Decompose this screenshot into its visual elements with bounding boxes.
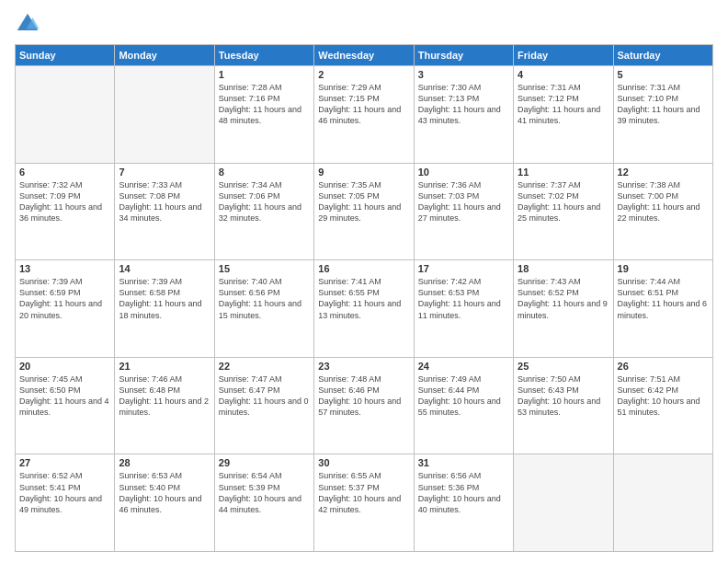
day-info: Sunrise: 7:31 AMSunset: 7:10 PMDaylight:… xyxy=(618,82,709,127)
day-info: Sunrise: 7:39 AMSunset: 6:59 PMDaylight:… xyxy=(19,276,110,321)
day-number: 14 xyxy=(119,263,210,274)
calendar-cell xyxy=(514,454,613,552)
day-info: Sunrise: 7:37 AMSunset: 7:02 PMDaylight:… xyxy=(518,179,609,224)
day-info: Sunrise: 7:51 AMSunset: 6:42 PMDaylight:… xyxy=(618,373,709,419)
day-info: Sunrise: 7:48 AMSunset: 6:46 PMDaylight:… xyxy=(318,373,409,419)
calendar-cell: 16Sunrise: 7:41 AMSunset: 6:55 PMDayligh… xyxy=(314,260,414,358)
weekday-header-saturday: Saturday xyxy=(613,45,712,66)
calendar-cell xyxy=(613,454,712,552)
calendar-cell: 13Sunrise: 7:39 AMSunset: 6:59 PMDayligh… xyxy=(16,260,115,358)
calendar-cell: 24Sunrise: 7:49 AMSunset: 6:44 PMDayligh… xyxy=(414,357,513,454)
logo xyxy=(15,11,44,37)
header xyxy=(15,11,713,37)
calendar-cell: 18Sunrise: 7:43 AMSunset: 6:52 PMDayligh… xyxy=(514,260,613,358)
day-info: Sunrise: 7:33 AMSunset: 7:08 PMDaylight:… xyxy=(119,179,210,224)
weekday-header-row: SundayMondayTuesdayWednesdayThursdayFrid… xyxy=(16,45,713,66)
day-info: Sunrise: 6:55 AMSunset: 5:37 PMDaylight:… xyxy=(318,470,409,515)
calendar-cell xyxy=(16,66,115,164)
day-number: 22 xyxy=(219,361,310,372)
calendar-cell: 6Sunrise: 7:32 AMSunset: 7:09 PMDaylight… xyxy=(16,163,115,260)
day-info: Sunrise: 7:39 AMSunset: 6:58 PMDaylight:… xyxy=(119,276,210,321)
day-number: 23 xyxy=(318,361,409,372)
calendar-cell: 28Sunrise: 6:53 AMSunset: 5:40 PMDayligh… xyxy=(115,454,214,552)
day-number: 2 xyxy=(318,69,409,80)
day-info: Sunrise: 7:31 AMSunset: 7:12 PMDaylight:… xyxy=(518,82,609,127)
weekday-header-wednesday: Wednesday xyxy=(314,45,414,66)
day-number: 18 xyxy=(518,263,609,274)
day-info: Sunrise: 7:45 AMSunset: 6:50 PMDaylight:… xyxy=(19,373,110,419)
day-number: 28 xyxy=(119,457,210,468)
day-info: Sunrise: 7:36 AMSunset: 7:03 PMDaylight:… xyxy=(418,179,509,224)
day-number: 10 xyxy=(418,167,509,178)
day-number: 26 xyxy=(618,361,709,372)
day-number: 13 xyxy=(19,263,110,274)
day-info: Sunrise: 7:28 AMSunset: 7:16 PMDaylight:… xyxy=(219,82,310,127)
weekday-header-friday: Friday xyxy=(514,45,613,66)
calendar-cell: 14Sunrise: 7:39 AMSunset: 6:58 PMDayligh… xyxy=(115,260,214,358)
day-info: Sunrise: 7:50 AMSunset: 6:43 PMDaylight:… xyxy=(518,373,609,419)
calendar-week-row: 20Sunrise: 7:45 AMSunset: 6:50 PMDayligh… xyxy=(16,357,713,454)
calendar-table: SundayMondayTuesdayWednesdayThursdayFrid… xyxy=(15,44,713,552)
day-number: 12 xyxy=(618,167,709,178)
calendar-cell: 11Sunrise: 7:37 AMSunset: 7:02 PMDayligh… xyxy=(514,163,613,260)
calendar-week-row: 1Sunrise: 7:28 AMSunset: 7:16 PMDaylight… xyxy=(16,66,713,164)
calendar-cell: 29Sunrise: 6:54 AMSunset: 5:39 PMDayligh… xyxy=(214,454,313,552)
day-info: Sunrise: 7:49 AMSunset: 6:44 PMDaylight:… xyxy=(418,373,509,419)
calendar-week-row: 6Sunrise: 7:32 AMSunset: 7:09 PMDaylight… xyxy=(16,163,713,260)
day-info: Sunrise: 7:43 AMSunset: 6:52 PMDaylight:… xyxy=(518,276,609,321)
day-number: 30 xyxy=(318,457,409,468)
calendar-cell: 31Sunrise: 6:56 AMSunset: 5:36 PMDayligh… xyxy=(414,454,513,552)
day-number: 25 xyxy=(518,361,609,372)
day-info: Sunrise: 7:32 AMSunset: 7:09 PMDaylight:… xyxy=(19,179,110,224)
day-info: Sunrise: 7:41 AMSunset: 6:55 PMDaylight:… xyxy=(318,276,409,321)
day-number: 21 xyxy=(119,361,210,372)
calendar-cell: 3Sunrise: 7:30 AMSunset: 7:13 PMDaylight… xyxy=(414,66,513,164)
day-number: 5 xyxy=(618,69,709,80)
day-info: Sunrise: 7:40 AMSunset: 6:56 PMDaylight:… xyxy=(219,276,310,321)
page: SundayMondayTuesdayWednesdayThursdayFrid… xyxy=(0,0,728,563)
day-info: Sunrise: 6:56 AMSunset: 5:36 PMDaylight:… xyxy=(418,470,509,515)
day-number: 16 xyxy=(318,263,409,274)
day-info: Sunrise: 7:42 AMSunset: 6:53 PMDaylight:… xyxy=(418,276,509,321)
day-info: Sunrise: 7:34 AMSunset: 7:06 PMDaylight:… xyxy=(219,179,310,224)
calendar-cell: 25Sunrise: 7:50 AMSunset: 6:43 PMDayligh… xyxy=(514,357,613,454)
calendar-cell: 30Sunrise: 6:55 AMSunset: 5:37 PMDayligh… xyxy=(314,454,414,552)
calendar-cell: 23Sunrise: 7:48 AMSunset: 6:46 PMDayligh… xyxy=(314,357,414,454)
day-number: 24 xyxy=(418,361,509,372)
calendar-cell xyxy=(115,66,214,164)
calendar-cell: 20Sunrise: 7:45 AMSunset: 6:50 PMDayligh… xyxy=(16,357,115,454)
calendar-cell: 21Sunrise: 7:46 AMSunset: 6:48 PMDayligh… xyxy=(115,357,214,454)
day-info: Sunrise: 6:54 AMSunset: 5:39 PMDaylight:… xyxy=(219,470,310,515)
day-info: Sunrise: 6:53 AMSunset: 5:40 PMDaylight:… xyxy=(119,470,210,515)
day-info: Sunrise: 7:47 AMSunset: 6:47 PMDaylight:… xyxy=(219,373,310,419)
day-number: 8 xyxy=(219,167,310,178)
logo-icon xyxy=(15,11,40,37)
weekday-header-thursday: Thursday xyxy=(414,45,513,66)
day-number: 1 xyxy=(219,69,310,80)
calendar-cell: 10Sunrise: 7:36 AMSunset: 7:03 PMDayligh… xyxy=(414,163,513,260)
calendar-cell: 15Sunrise: 7:40 AMSunset: 6:56 PMDayligh… xyxy=(214,260,313,358)
calendar-cell: 12Sunrise: 7:38 AMSunset: 7:00 PMDayligh… xyxy=(613,163,712,260)
day-info: Sunrise: 6:52 AMSunset: 5:41 PMDaylight:… xyxy=(19,470,110,515)
calendar-cell: 5Sunrise: 7:31 AMSunset: 7:10 PMDaylight… xyxy=(613,66,712,164)
calendar-cell: 27Sunrise: 6:52 AMSunset: 5:41 PMDayligh… xyxy=(16,454,115,552)
calendar-week-row: 27Sunrise: 6:52 AMSunset: 5:41 PMDayligh… xyxy=(16,454,713,552)
day-info: Sunrise: 7:35 AMSunset: 7:05 PMDaylight:… xyxy=(318,179,409,224)
day-number: 27 xyxy=(19,457,110,468)
day-number: 11 xyxy=(518,167,609,178)
weekday-header-sunday: Sunday xyxy=(16,45,115,66)
calendar-cell: 19Sunrise: 7:44 AMSunset: 6:51 PMDayligh… xyxy=(613,260,712,358)
day-number: 29 xyxy=(219,457,310,468)
day-number: 4 xyxy=(518,69,609,80)
weekday-header-monday: Monday xyxy=(115,45,214,66)
day-number: 6 xyxy=(19,167,110,178)
day-info: Sunrise: 7:38 AMSunset: 7:00 PMDaylight:… xyxy=(618,179,709,224)
calendar-cell: 9Sunrise: 7:35 AMSunset: 7:05 PMDaylight… xyxy=(314,163,414,260)
calendar-cell: 8Sunrise: 7:34 AMSunset: 7:06 PMDaylight… xyxy=(214,163,313,260)
calendar-cell: 4Sunrise: 7:31 AMSunset: 7:12 PMDaylight… xyxy=(514,66,613,164)
day-number: 31 xyxy=(418,457,509,468)
day-info: Sunrise: 7:29 AMSunset: 7:15 PMDaylight:… xyxy=(318,82,409,127)
day-number: 3 xyxy=(418,69,509,80)
calendar-cell: 17Sunrise: 7:42 AMSunset: 6:53 PMDayligh… xyxy=(414,260,513,358)
weekday-header-tuesday: Tuesday xyxy=(214,45,313,66)
